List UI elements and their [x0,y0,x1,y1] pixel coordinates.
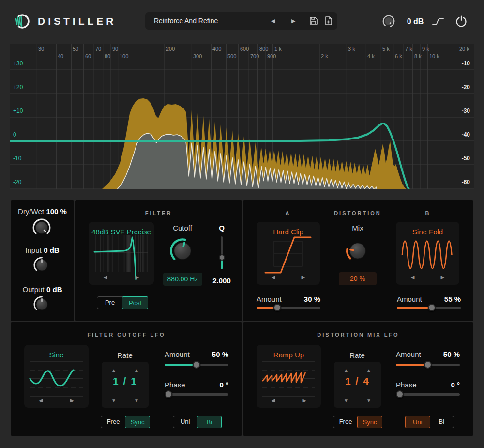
lfo2-shape-selector[interactable]: Ramp Up ◀ ▶ [257,345,321,408]
spectrum-analyzer[interactable]: 3040506070809010020030040050060070080090… [10,44,474,189]
power-button[interactable] [455,15,468,28]
q-value: 2.000 [207,277,236,285]
cutoff-knob[interactable] [169,237,196,264]
slider-handle[interactable] [396,390,404,398]
lfo2-amount-label: Amount [396,350,421,358]
output-level-knob[interactable] [33,295,51,313]
rate-numerator-down-button[interactable]: ▼ [339,398,353,403]
distortion-b-type-selector[interactable]: Sine Fold ◀ ▶ [396,222,459,285]
distortion-panel: A DISTORTION B Hard Clip ◀ ▶ Mix 20 % Si… [243,200,473,321]
lfo2-bi-option[interactable]: Bi [430,416,454,428]
lfo1-shape-prev-button[interactable]: ◀ [39,397,43,403]
preset-bar: Reinforce And Refine ◀ ▶ [145,12,337,30]
lfo1-bi-option[interactable]: Bi [197,416,222,428]
lfo1-shape-next-button[interactable]: ▶ [70,397,74,403]
slider-fill [397,307,432,309]
soft-clip-icon[interactable] [432,18,444,26]
filter-type-selector[interactable]: 48dB SVF Precise ◀ ▶ [89,222,154,285]
lfo2-rate-value[interactable]: 1 / 4 [334,375,381,387]
app-logo: DISTILLER [13,12,117,31]
slider-handle[interactable] [428,304,436,311]
preset-next-button[interactable]: ▶ [291,12,295,30]
save-as-new-preset-icon[interactable] [324,16,333,26]
lfo2-amount-slider[interactable] [396,361,460,369]
distortion-a-next-button[interactable]: ▶ [302,274,305,280]
filter-type-prev-button[interactable]: ◀ [103,274,107,280]
distortion-b-next-button[interactable]: ▶ [441,274,445,280]
lfo1-shape-selector[interactable]: Sine ◀ ▶ [24,345,89,408]
filter-type-next-button[interactable]: ▶ [136,274,139,280]
lfo1-polarity-toggle: Uni Bi [173,416,222,428]
lfo1-rate-value[interactable]: 1 / 1 [102,375,149,387]
lfo1-uni-option[interactable]: Uni [173,416,197,428]
slider-fill [165,364,197,366]
rate-numerator-up-button[interactable]: ▲ [339,368,353,373]
mix-value[interactable]: 20 % [339,272,377,285]
hard-clip-thumbnail [257,222,320,285]
lfo1-amount-label: Amount [165,350,190,358]
lfo1-free-option[interactable]: Free [101,416,125,428]
ramp-up-thumbnail [257,345,321,408]
distortion-a-type-selector[interactable]: Hard Clip ◀ ▶ [257,222,320,285]
sine-fold-thumbnail [396,222,459,285]
q-slider[interactable] [219,236,225,269]
filter-routing-toggle: Pre Post [97,296,148,309]
lfo1-phase-value: 0 ° [199,381,228,389]
filter-shape-thumbnail [89,222,154,285]
rate-numerator-up-button[interactable]: ▲ [106,368,121,373]
output-label: Output [23,285,45,294]
drywet-knob[interactable] [32,218,51,237]
mix-knob[interactable] [345,238,370,263]
slider-handle[interactable] [193,361,200,369]
lfo1-phase-slider[interactable] [165,390,228,398]
lfo1-rate-label: Rate [106,351,144,359]
lfo2-free-option[interactable]: Free [333,416,358,428]
sine-wave-thumbnail [24,345,89,408]
lfo2-phase-slider[interactable] [396,390,460,398]
output-gain-knob[interactable] [381,14,396,29]
rate-denominator-up-button[interactable]: ▲ [362,368,376,373]
mix-label: Mix [338,224,377,232]
preset-name[interactable]: Reinforce And Refine [154,12,218,30]
lfo1-amount-slider[interactable] [165,361,228,369]
lfo2-header: DISTORTION MIX LFO [243,332,473,338]
slider-handle[interactable] [165,390,172,398]
drywet-row: Dry/Wet 100 % [11,207,74,216]
distortion-b-prev-button[interactable]: ◀ [410,274,414,280]
slider-handle[interactable] [273,304,281,311]
slider-track [396,393,460,396]
save-preset-icon[interactable] [309,16,318,26]
slider-handle[interactable] [424,361,432,369]
lfo2-shape-prev-button[interactable]: ◀ [271,397,275,403]
lfo2-sync-toggle: Free Sync [333,416,382,428]
lfo2-rate-label: Rate [338,351,377,359]
preset-prev-button[interactable]: ◀ [271,12,275,30]
slider-track [165,393,228,396]
lfo2-phase-label: Phase [396,381,417,389]
rate-denominator-up-button[interactable]: ▲ [129,368,144,373]
lfo1-phase-label: Phase [165,381,185,389]
input-row: Input 0 dB [11,246,74,255]
rate-denominator-down-button[interactable]: ▼ [362,398,376,403]
top-bar: DISTILLER Reinforce And Refine ◀ ▶ 0 dB [0,0,484,44]
amount-a-slider[interactable] [257,304,320,311]
slot-a-header: A [278,210,298,216]
filter-cutoff-lfo-panel: FILTER CUTOFF LFO Sine ◀ ▶ Rate ▲ ▲ 1 / … [11,322,242,436]
routing-pre-option[interactable]: Pre [97,297,122,309]
output-gain-value[interactable]: 0 dB [402,13,429,31]
distortion-a-prev-button[interactable]: ◀ [271,274,275,280]
lfo2-sync-option[interactable]: Sync [357,416,382,428]
lfo2-shape-next-button[interactable]: ▶ [302,397,306,403]
amount-b-label: Amount [397,295,422,303]
lfo1-sync-option[interactable]: Sync [125,416,150,428]
q-slider-handle[interactable] [219,254,225,261]
amount-b-slider[interactable] [397,304,461,311]
rate-denominator-down-button[interactable]: ▼ [129,398,144,403]
lfo2-uni-option[interactable]: Uni [405,416,430,428]
distiller-plugin-window: DISTILLER Reinforce And Refine ◀ ▶ 0 dB [0,0,484,448]
routing-post-option[interactable]: Post [122,296,148,309]
input-gain-knob[interactable] [33,256,51,274]
rate-numerator-down-button[interactable]: ▼ [106,398,121,403]
input-label: Input [25,246,41,254]
cutoff-value[interactable]: 880.00 Hz [163,273,202,286]
